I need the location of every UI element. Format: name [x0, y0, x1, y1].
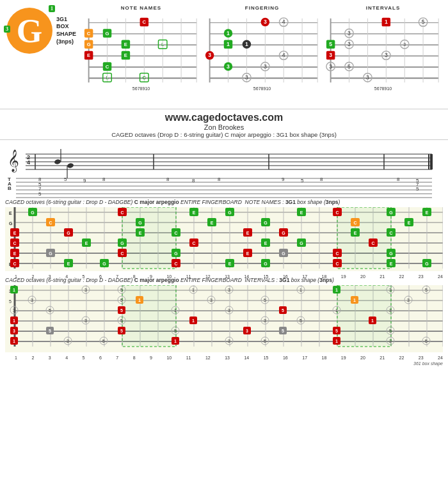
svg-text:1: 1 — [13, 288, 15, 292]
svg-text:C: C — [335, 251, 339, 256]
svg-text:9: 9 — [83, 178, 86, 184]
svg-text:1: 1 — [227, 30, 230, 36]
svg-text:8: 8 — [166, 176, 170, 182]
svg-text:5: 5 — [335, 329, 338, 333]
badge-top: 1 — [49, 5, 55, 12]
svg-text:8: 8 — [218, 176, 221, 182]
svg-text:3: 3 — [403, 42, 406, 47]
svg-text:3: 3 — [228, 288, 230, 292]
svg-text:G: G — [282, 251, 285, 256]
svg-text:5: 5 — [49, 308, 51, 313]
svg-rect-183 — [337, 207, 391, 269]
svg-text:C: C — [120, 210, 124, 215]
svg-text:3: 3 — [227, 63, 230, 70]
svg-text:1: 1 — [335, 288, 338, 292]
svg-text:5: 5 — [38, 191, 42, 197]
svg-text:G: G — [67, 231, 70, 235]
svg-text:1: 1 — [335, 339, 338, 343]
svg-text:1: 1 — [353, 298, 356, 302]
svg-text:8: 8 — [320, 176, 323, 182]
diagram-title-3: INTERVALS — [366, 5, 401, 11]
svg-text:C: C — [353, 221, 356, 225]
svg-text:5: 5 — [300, 318, 302, 323]
svg-text:1: 1 — [192, 288, 195, 292]
svg-text:E: E — [354, 231, 357, 235]
svg-text:1: 1 — [138, 298, 141, 302]
svg-text:C: C — [106, 64, 109, 70]
svg-text:5: 5 — [301, 178, 304, 184]
svg-text:C: C — [192, 241, 195, 246]
svg-text:5: 5 — [120, 329, 123, 333]
svg-text:G: G — [282, 231, 285, 235]
svg-text:3: 3 — [389, 288, 392, 292]
svg-text:4: 4 — [27, 159, 30, 166]
svg-text:G: G — [425, 262, 429, 266]
svg-text:3: 3 — [385, 52, 388, 59]
svg-text:3: 3 — [264, 19, 267, 25]
svg-text:5: 5 — [329, 41, 332, 47]
svg-text:5: 5 — [120, 288, 123, 292]
svg-text:C: C — [335, 210, 339, 215]
svg-text:5: 5 — [422, 19, 425, 25]
sheet-music-svg: 𝄞 2 4 T A B 8 5 7 5 5 9 8 8 8 8 9 — [6, 143, 442, 199]
svg-text:G: G — [31, 210, 35, 215]
svg-text:G: G — [49, 251, 52, 256]
svg-text:E: E — [9, 211, 12, 215]
svg-text:4: 4 — [282, 52, 285, 59]
svg-text:5: 5 — [264, 298, 266, 302]
svg-text:3: 3 — [329, 63, 332, 70]
svg-text:C: C — [174, 231, 177, 235]
svg-text:E: E — [408, 221, 411, 225]
svg-text:G: G — [264, 221, 268, 225]
svg-text:G: G — [228, 210, 232, 215]
svg-text:3: 3 — [329, 52, 332, 59]
svg-text:3: 3 — [264, 63, 267, 70]
author-name: Zon Brookes — [0, 123, 448, 131]
svg-text:1: 1 — [13, 318, 15, 323]
website-section: www.cagedoctaves.com Zon Brookes CAGED o… — [0, 109, 448, 140]
svg-text:C: C — [335, 262, 339, 266]
svg-text:E: E — [300, 210, 303, 215]
svg-text:E: E — [85, 241, 88, 246]
svg-text:5: 5 — [64, 176, 67, 182]
svg-text:1: 1 — [227, 41, 230, 47]
svg-text:1: 1 — [245, 41, 248, 47]
svg-text:E: E — [13, 251, 17, 256]
section2-title: CAGED octaves (6-string guitar : Drop D … — [5, 277, 443, 283]
fret-nums-3: 5678910 — [371, 86, 395, 91]
svg-text:1: 1 — [174, 339, 177, 343]
svg-text:3: 3 — [264, 318, 266, 323]
svg-text:3: 3 — [246, 329, 248, 333]
svg-text:3: 3 — [228, 339, 230, 343]
svg-text:3: 3 — [67, 339, 69, 343]
svg-text:E: E — [426, 210, 429, 215]
svg-text:E: E — [124, 42, 127, 47]
svg-text:3: 3 — [31, 298, 33, 302]
svg-text:G: G — [120, 241, 124, 246]
svg-text:3: 3 — [13, 308, 15, 313]
svg-text:E: E — [390, 262, 393, 266]
diagram-svg-1: C G E C E G C E — [83, 12, 200, 86]
badge-left: 3 — [4, 26, 10, 33]
diagram-svg-2: 3 1 1 1 4 4 3 3 3 3 — [204, 12, 321, 86]
top-section: G 1 3 3G1 BOX SHAPE (3nps) NOTE NAMES — [0, 0, 448, 109]
fret-nums-1: 5678910 — [129, 86, 153, 91]
svg-text:G: G — [389, 251, 393, 256]
svg-text:5: 5 — [425, 288, 428, 292]
svg-text:E: E — [87, 53, 90, 59]
fretboard-diagrams: NOTE NAMES C — [83, 5, 442, 91]
fingerboard-section-1: CAGED octaves (6-string guitar : Drop D … — [0, 198, 448, 274]
svg-text:1: 1 — [174, 308, 177, 313]
svg-text:5: 5 — [264, 339, 266, 343]
svg-rect-182 — [122, 207, 176, 269]
svg-text:C: C — [143, 19, 147, 25]
fb1-svg: E G E — [5, 207, 443, 271]
diagram-svg-3: 1 5 3 5 3 3 3 3 5 3 3 — [324, 12, 442, 86]
svg-text:G: G — [300, 241, 303, 246]
svg-text:E: E — [228, 262, 232, 266]
svg-text:G: G — [106, 31, 109, 36]
svg-text:1: 1 — [13, 339, 15, 343]
svg-text:G: G — [264, 262, 268, 266]
svg-text:1: 1 — [371, 318, 374, 323]
fret-row-2: 123456789101112131415161718192021222324 — [5, 355, 443, 360]
